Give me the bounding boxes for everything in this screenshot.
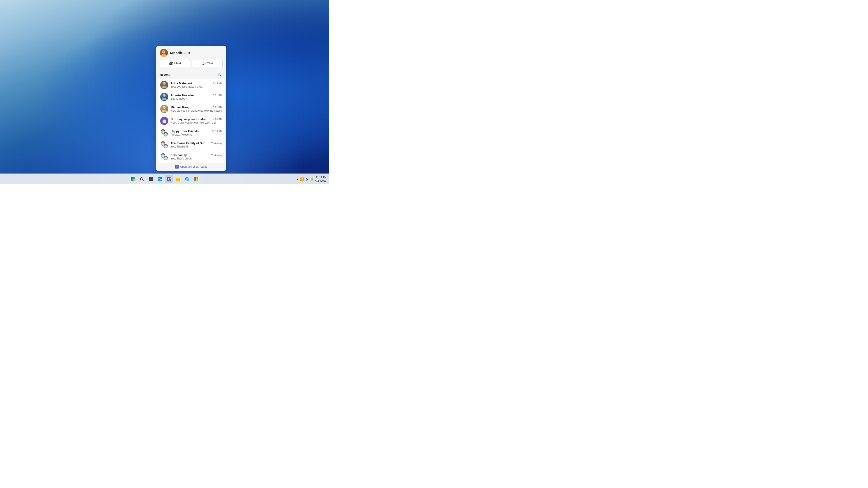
store-icon [194, 177, 198, 182]
open-teams-label: Open Microsoft Teams [180, 165, 207, 168]
svg-rect-10 [158, 179, 160, 181]
svg-rect-9 [158, 177, 160, 178]
svg-rect-22 [196, 177, 198, 179]
taskbar-center: T [129, 175, 200, 183]
teams-icon: T [175, 165, 179, 168]
taskbar-right: ▲ 📶 🔊 🔋 11:11 AM 6/24/2021 [296, 175, 329, 183]
meet-button[interactable]: 🎥 Meet [160, 59, 190, 67]
search-recent-button[interactable]: 🔍 [216, 71, 223, 78]
explorer-icon [176, 177, 180, 182]
teams-taskbar-button[interactable]: T [165, 175, 173, 183]
avatar-evans [160, 141, 168, 149]
meet-label: Meet [174, 62, 181, 65]
chat-name-ellis: Ellis Family [170, 153, 187, 157]
chat-list: Arina Maharani 8:45 AM You: OK, let's ma… [158, 79, 224, 163]
svg-rect-23 [194, 180, 196, 181]
start-button[interactable] [129, 175, 137, 183]
chat-preview-michael: Hey, did you still want to borrow the no… [170, 109, 222, 112]
chat-preview-ellis: You: That's great! [170, 157, 222, 160]
chat-item-alberto[interactable]: Alberto Tercedor 6:11 PM Sound good? [158, 91, 224, 103]
chat-item-birthday[interactable]: 📅 Birthday surprise for Mum 4:23 PM Noel… [158, 115, 224, 127]
chat-info-evans: The Evans Family of Supers Yesterday You… [170, 141, 222, 148]
clock-date: 6/24/2021 [315, 179, 327, 183]
chat-info-michael: Michael Kang 5:22 PM Hey, did you still … [170, 105, 222, 112]
avatar-michael [160, 105, 168, 113]
chat-time-arina: 8:45 AM [213, 82, 222, 85]
chat-name-happy: Happy Hour Friends [170, 129, 199, 133]
chat-item-evans[interactable]: The Evans Family of Supers Yesterday You… [158, 139, 224, 151]
avatar-ellis [160, 153, 168, 161]
svg-rect-12 [160, 180, 162, 181]
chat-label: Chat [207, 62, 213, 65]
chat-button[interactable]: 💬 Chat [192, 59, 223, 67]
svg-rect-21 [194, 177, 196, 179]
system-tray: ▲ 📶 🔊 🔋 [296, 177, 314, 181]
taskbar-clock[interactable]: 11:11 AM 6/24/2021 [315, 175, 327, 183]
chat-time-michael: 5:22 PM [213, 106, 222, 109]
search-taskbar-button[interactable] [138, 175, 146, 183]
taskbar: T [0, 173, 329, 184]
chat-preview-arina: You: OK, let's make it 3:00. [170, 85, 222, 88]
chat-preview-happy: Alberto: Awesome! [170, 133, 222, 136]
chat-preview-alberto: Sound good? [170, 97, 222, 100]
chat-info-arina: Arina Maharani 8:45 AM You: OK, let's ma… [170, 82, 222, 88]
chat-name-arina: Arina Maharani [170, 82, 192, 85]
chat-name-michael: Michael Kang [170, 105, 190, 109]
wifi-icon[interactable]: 📶 [300, 177, 304, 181]
chat-info-ellis: Ellis Family Yesterday You: That's great… [170, 153, 222, 160]
popup-actions: 🎥 Meet 💬 Chat [156, 59, 226, 70]
chat-preview-evans: You: Thanks!!! [170, 145, 222, 148]
svg-text:T: T [176, 166, 177, 168]
volume-icon[interactable]: 🔊 [305, 177, 309, 181]
chat-time-alberto: 6:11 PM [213, 94, 222, 97]
popup-username: Michelle Ellis [170, 51, 190, 55]
chat-info-alberto: Alberto Tercedor 6:11 PM Sound good? [170, 94, 222, 100]
svg-point-19 [185, 177, 189, 181]
chat-name-birthday: Birthday surprise for Mum [170, 118, 208, 121]
svg-point-2 [177, 165, 178, 166]
chat-icon: 💬 [202, 61, 206, 65]
chat-item-michael[interactable]: Michael Kang 5:22 PM Hey, did you still … [158, 103, 224, 115]
clock-time: 11:11 AM [315, 175, 327, 179]
avatar-alberto [160, 93, 168, 101]
chat-item-arina[interactable]: Arina Maharani 8:45 AM You: OK, let's ma… [158, 79, 224, 91]
edge-icon [185, 177, 189, 182]
avatar-birthday: 📅 [160, 117, 168, 125]
svg-rect-5 [149, 177, 151, 179]
taskview-icon [149, 177, 153, 181]
chat-item-ellis[interactable]: Ellis Family Yesterday You: That's great… [158, 151, 224, 163]
windows-logo [131, 177, 135, 181]
chat-time-ellis: Yesterday [211, 154, 222, 157]
battery-icon[interactable]: 🔋 [310, 177, 314, 181]
chat-time-happy: 11:16 AM [212, 130, 222, 133]
user-avatar [160, 49, 168, 57]
calendar-icon: 📅 [162, 119, 166, 123]
chat-info-birthday: Birthday surprise for Mum 4:23 PM Noel: … [170, 118, 222, 124]
popup-footer[interactable]: T Open Microsoft Teams [156, 163, 226, 171]
desktop: Michelle Ellis 🎥 Meet 💬 Chat Recent 🔍 [0, 0, 329, 184]
store-button[interactable] [192, 175, 200, 183]
avatar-happy [160, 129, 168, 137]
chat-name-evans: The Evans Family of Supers [170, 141, 209, 145]
recent-header: Recent 🔍 [156, 70, 226, 79]
svg-rect-6 [151, 177, 153, 179]
taskview-button[interactable] [147, 175, 155, 183]
chevron-icon[interactable]: ▲ [296, 178, 299, 181]
svg-rect-7 [149, 180, 151, 181]
popup-header: Michelle Ellis [156, 46, 226, 59]
widgets-button[interactable] [156, 175, 164, 183]
svg-rect-18 [176, 179, 180, 181]
svg-rect-24 [196, 180, 198, 181]
svg-text:T: T [168, 178, 169, 181]
edge-button[interactable] [183, 175, 191, 183]
svg-line-4 [143, 180, 144, 181]
search-taskbar-icon [140, 177, 144, 181]
widgets-icon [158, 177, 162, 181]
chat-item-happy[interactable]: Happy Hour Friends 11:16 AM Alberto: Awe… [158, 127, 224, 139]
explorer-button[interactable] [174, 175, 182, 183]
video-icon: 🎥 [169, 61, 173, 65]
svg-rect-8 [151, 180, 153, 181]
avatar-arina [160, 81, 168, 89]
teams-chat-popup: Michelle Ellis 🎥 Meet 💬 Chat Recent 🔍 [156, 46, 226, 171]
teams-taskbar-icon: T [167, 177, 171, 182]
